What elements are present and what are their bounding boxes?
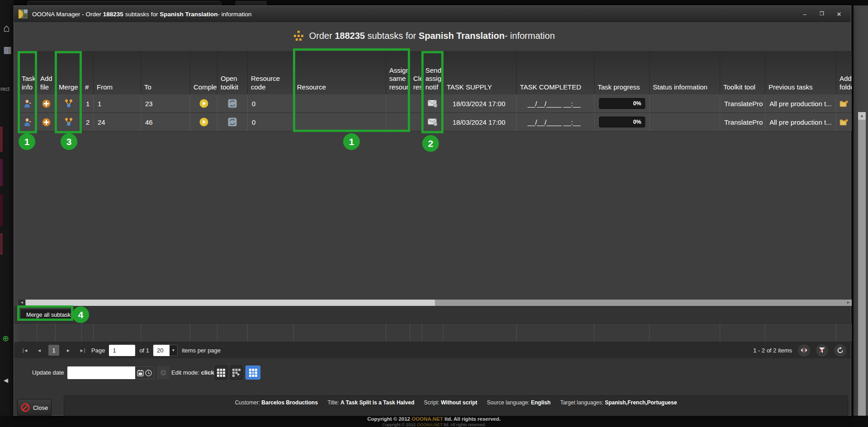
calendar-icon[interactable] — [137, 370, 144, 376]
refresh-button[interactable] — [834, 344, 846, 357]
fit-columns-button[interactable] — [798, 344, 810, 357]
copyright-prefix: Copyright © 2012 — [382, 422, 417, 427]
resource-code-cell[interactable]: 0 — [248, 94, 294, 113]
info-label: Title: — [327, 399, 340, 406]
column-header-completed[interactable]: Completed — [190, 51, 217, 94]
task-supply-cell[interactable]: 18/03/2024 17:00 — [443, 113, 517, 131]
date-time-picker-buttons — [135, 366, 154, 379]
completed-cell[interactable] — [190, 94, 217, 113]
column-header-clear-resource[interactable]: Cle res — [410, 51, 422, 94]
column-header-previous-tasks[interactable]: Previous tasks — [765, 51, 836, 94]
edit-mode-row-button[interactable] — [230, 366, 243, 380]
close-button[interactable]: Close — [17, 399, 52, 416]
annotation-number-4: 4 — [72, 306, 89, 323]
previous-tasks-cell[interactable]: All pre production t... — [765, 113, 836, 131]
sidebar-color-bar — [0, 159, 3, 186]
task-completed-cell[interactable]: __/__/____ __:__ — [517, 94, 594, 113]
maximize-icon[interactable]: ❒ — [818, 11, 826, 18]
chevron-down-icon[interactable]: ▼ — [170, 345, 178, 356]
column-header-add-folder[interactable]: Add folde — [836, 51, 852, 94]
annotation-number-3: 3 — [61, 133, 77, 150]
toolkit-tool-cell[interactable]: TranslatePro — [720, 113, 765, 131]
toolkit-tool-cell[interactable]: TranslatePro — [720, 94, 765, 113]
open-toolkit-cell[interactable] — [217, 113, 248, 131]
sidebar-color-bar — [0, 233, 3, 255]
column-header-task-supply[interactable]: TASK SUPPLY — [443, 51, 517, 94]
copyright-suffix: ltd. All rights reserved. — [443, 416, 500, 422]
progress-value: 0% — [633, 100, 641, 107]
column-header-from[interactable]: From — [94, 51, 141, 94]
column-header-task-progress[interactable]: Task progress — [594, 51, 650, 94]
progress-bar: 0% — [599, 98, 645, 109]
info-label: Script: — [424, 399, 441, 406]
ooona-logo-icon — [19, 9, 28, 19]
column-header-toolkit-tool[interactable]: Toolkit tool — [720, 51, 765, 94]
add-icon[interactable]: ⊕ — [2, 333, 9, 343]
minimize-icon[interactable]: – — [801, 11, 808, 18]
clear-resource-cell[interactable] — [410, 94, 422, 113]
copyright-suffix: ltd. All rights reserved. — [443, 422, 486, 427]
current-page-button[interactable]: 1 — [48, 345, 59, 356]
settings-button[interactable]: ⚙ — [157, 366, 170, 380]
annotation-box-resource — [293, 48, 410, 132]
next-page-icon[interactable]: ► — [63, 345, 73, 355]
row-number-cell[interactable]: 2 — [82, 113, 94, 131]
add-folder-cell[interactable] — [836, 94, 852, 113]
clear-filter-button[interactable] — [816, 344, 828, 357]
annotation-box-merge — [55, 51, 82, 133]
info-customer: Customer: Barcelos Broductions — [235, 399, 318, 406]
add-folder-cell[interactable] — [836, 113, 852, 131]
clear-resource-cell[interactable] — [410, 113, 422, 131]
horizontal-scrollbar[interactable]: ◄ ► — [19, 300, 852, 306]
column-header-add-file[interactable]: Add file — [37, 51, 56, 94]
to-cell[interactable]: 23 — [141, 94, 190, 113]
column-header-task-completed[interactable]: TASK COMPLETED — [517, 51, 594, 94]
first-page-icon[interactable]: |◄ — [20, 345, 30, 355]
scroll-right-icon[interactable]: ► — [845, 300, 852, 306]
dialog-titlebar[interactable]: OOONA Manager - Order 188235 subtasks fo… — [14, 6, 851, 22]
task-completed-cell[interactable]: __/__/____ __:__ — [517, 113, 594, 131]
clock-icon[interactable] — [145, 370, 152, 376]
scroll-left-icon[interactable]: ◄ — [19, 300, 25, 306]
page-number-input[interactable] — [109, 345, 135, 356]
close-button-label: Close — [33, 404, 48, 411]
edit-mode-cell-button[interactable] — [245, 366, 260, 380]
add-folder-icon — [840, 118, 849, 126]
add-file-cell[interactable] — [37, 113, 56, 131]
grid-footer-strip — [19, 323, 852, 342]
items-range-label: 1 - 2 of 2 items — [753, 347, 792, 354]
collapse-icon[interactable]: ◀ — [4, 377, 8, 384]
previous-tasks-cell[interactable]: All pre production t... — [765, 94, 836, 113]
scroll-up-icon[interactable]: ▲ — [858, 112, 866, 120]
from-cell[interactable]: 24 — [94, 113, 141, 131]
last-page-icon[interactable]: ►| — [77, 345, 87, 355]
background-vertical-scrollbar[interactable] — [858, 112, 866, 427]
edit-mode-grid-button[interactable] — [215, 366, 227, 380]
filter-off-icon — [819, 347, 826, 353]
scrollbar-thumb[interactable] — [26, 300, 435, 306]
column-header-to[interactable]: To — [141, 51, 190, 94]
open-toolkit-cell[interactable] — [217, 94, 248, 113]
page-of-label: of 1 — [139, 347, 149, 354]
task-supply-cell[interactable]: 18/03/2024 17:00 — [443, 94, 517, 113]
close-icon[interactable]: ✕ — [835, 11, 843, 18]
grid-cursor-icon — [232, 369, 241, 377]
column-header-status-information[interactable]: Status information — [650, 51, 720, 94]
resource-code-cell[interactable]: 0 — [248, 113, 294, 131]
status-information-cell[interactable] — [650, 94, 720, 113]
update-date-input[interactable] — [67, 366, 135, 379]
header-order-number: 188235 — [335, 31, 365, 41]
items-per-page-select[interactable]: 20 ▼ — [153, 345, 178, 356]
add-file-cell[interactable] — [37, 94, 56, 113]
previous-page-icon[interactable]: ◄ — [34, 345, 44, 355]
header-prefix: Order — [309, 31, 335, 41]
row-number-cell[interactable]: 1 — [82, 94, 94, 113]
column-header-resource-code[interactable]: Resource code — [248, 51, 294, 94]
copyright-brand: OOONA.NET — [417, 422, 443, 427]
completed-cell[interactable] — [190, 113, 217, 131]
column-header-number[interactable]: # — [82, 51, 94, 94]
from-cell[interactable]: 1 — [94, 94, 141, 113]
to-cell[interactable]: 46 — [141, 113, 190, 131]
status-information-cell[interactable] — [650, 113, 720, 131]
column-header-open-toolkit[interactable]: Open toolkit — [217, 51, 248, 94]
